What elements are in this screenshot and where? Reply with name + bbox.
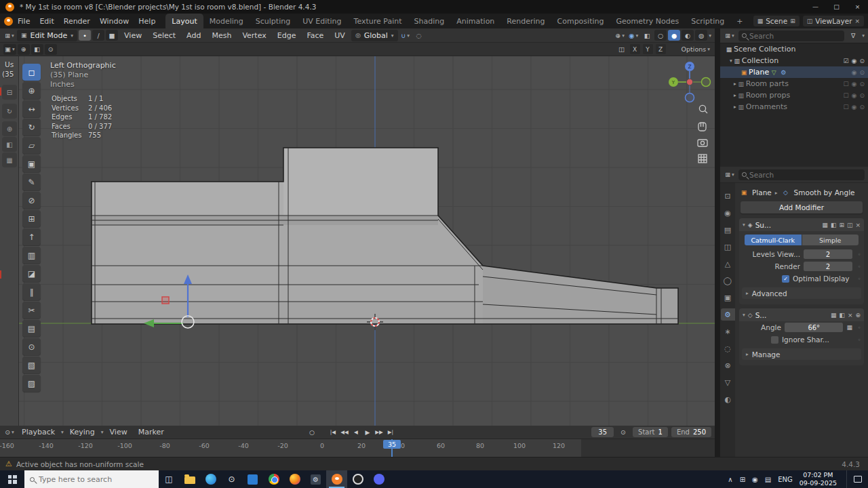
tool-move[interactable]: ↔ <box>22 100 41 117</box>
clipped-tool-icon[interactable]: ↻ <box>2 104 17 119</box>
mirror-y-toggle[interactable]: Y <box>643 44 653 54</box>
menu-render[interactable]: Render <box>59 16 95 27</box>
display-render-icon[interactable]: ⊞ <box>839 222 844 228</box>
menu-help[interactable]: Help <box>134 16 160 27</box>
face-select-mode-button[interactable]: ■ <box>106 30 118 41</box>
tray-icon-2[interactable]: ◉ <box>752 476 758 483</box>
menu-view[interactable]: View <box>105 428 132 436</box>
taskbar-search[interactable] <box>24 470 159 488</box>
close-button[interactable]: × <box>847 0 868 14</box>
taskbar-app-blender[interactable] <box>326 470 347 488</box>
workspace-tab-rendering[interactable]: Rendering <box>500 14 551 28</box>
shading-wireframe-button[interactable]: ○ <box>654 30 667 41</box>
taskbar-app-settings[interactable]: ⚙ <box>305 470 326 488</box>
collapse-icon[interactable]: ▾ <box>743 312 745 318</box>
outliner-row-room-parts[interactable]: ▸ ▥ Room parts ☐ ◉ ⊙ <box>720 78 868 89</box>
modifier-header[interactable]: ▾ ◇ S... ▦ ◧ × ⊕ <box>739 308 864 321</box>
tool-annotate[interactable]: ✎ <box>22 174 41 190</box>
shading-dropdown-icon[interactable]: ▾ <box>709 33 711 39</box>
taskbar-app-mail[interactable]: ⊙ <box>221 470 242 488</box>
task-view-button[interactable]: ◫ <box>159 470 179 488</box>
edge-select-mode-button[interactable]: ∕ <box>92 30 104 41</box>
workspace-tab-layout[interactable]: Layout <box>165 14 203 28</box>
workspace-tab-modeling[interactable]: Modeling <box>203 14 250 28</box>
proportional-edit-button[interactable]: ◌ <box>413 30 425 41</box>
prev-keyframe-button[interactable]: ◀◀ <box>339 427 350 437</box>
checkbox-icon[interactable]: ☐ <box>844 92 849 99</box>
blender-menu-icon[interactable] <box>4 17 13 26</box>
scene-selector[interactable]: ▦ Scene ⊞ <box>753 16 800 26</box>
tab-output[interactable]: ▤ <box>721 224 735 236</box>
clock[interactable]: 07:02 PM 09-09-2025 <box>800 471 837 487</box>
gizmo-z-negative[interactable] <box>686 94 694 102</box>
tab-world[interactable]: ◯ <box>721 274 735 287</box>
workspace-tab-shading[interactable]: Shading <box>408 14 451 28</box>
timeline-ruler[interactable]: -160 -140 -120 -100 -80 -60 -40 -20 0 20… <box>0 439 715 457</box>
snap-target-button[interactable]: ◧ <box>31 44 43 55</box>
tool-smooth[interactable]: ▧ <box>22 357 41 373</box>
menu-face[interactable]: Face <box>302 31 328 40</box>
modifier-name[interactable]: Su... <box>755 221 820 229</box>
decorate-dot-icon[interactable] <box>856 264 863 270</box>
tab-scene[interactable]: △ <box>721 258 735 270</box>
menu-edge[interactable]: Edge <box>273 31 301 40</box>
next-keyframe-button[interactable]: ▶▶ <box>374 427 384 437</box>
tool-edge-slide[interactable]: ▨ <box>22 375 41 392</box>
decorate-dot-icon[interactable] <box>856 325 863 331</box>
autokey-record-toggle[interactable]: ○ <box>307 427 317 437</box>
levels-viewport-field[interactable]: 2 <box>804 249 852 259</box>
menu-keying[interactable]: Keying <box>65 428 100 436</box>
language-indicator[interactable]: ENG <box>778 476 793 483</box>
menu-select[interactable]: Select <box>148 31 180 40</box>
taskbar-app-discord[interactable] <box>368 470 389 488</box>
new-scene-icon[interactable]: ⊞ <box>790 18 795 24</box>
gizmo-x-center[interactable] <box>687 79 692 85</box>
pin-icon[interactable]: ⊕ <box>855 312 861 319</box>
optimal-display-checkbox[interactable]: ✓ <box>782 275 789 283</box>
maximize-button[interactable]: □ <box>826 0 847 14</box>
input-attribute-icon[interactable]: ▦ <box>846 324 852 331</box>
menu-window[interactable]: Window <box>95 16 134 27</box>
workspace-tab-animation[interactable]: Animation <box>450 14 500 28</box>
simple-button[interactable]: Simple <box>802 235 859 245</box>
mirror-z-toggle[interactable]: Z <box>656 44 666 54</box>
mesh-cross-section[interactable] <box>92 148 678 324</box>
outliner-row-collection[interactable]: ▾ ▥ Collection ☑ ◉ ⊙ <box>720 55 868 66</box>
editor-divider[interactable] <box>715 28 720 457</box>
tab-constraints[interactable]: ⊗ <box>721 359 735 371</box>
hide-eye-icon[interactable]: ◉ <box>852 81 857 87</box>
notification-center-button[interactable] <box>846 470 868 488</box>
play-reverse-button[interactable]: ◀ <box>351 427 361 437</box>
checkbox-icon[interactable]: ☐ <box>844 81 849 87</box>
display-edit-icon[interactable]: ▦ <box>831 312 837 319</box>
angle-field[interactable]: 66° <box>785 323 843 332</box>
tray-icon-3[interactable]: ▤ <box>765 476 771 483</box>
menu-playback[interactable]: Playback <box>17 428 60 436</box>
taskbar-app-edge[interactable] <box>200 470 221 488</box>
close-icon[interactable]: × <box>848 312 853 319</box>
menu-mesh[interactable]: Mesh <box>207 31 236 40</box>
viewport-nav-icons[interactable] <box>698 105 707 163</box>
taskbar-search-input[interactable] <box>39 475 140 484</box>
outliner-row-scene-collection[interactable]: ▦ Scene Collection <box>720 43 868 55</box>
menu-vertex[interactable]: Vertex <box>237 31 271 40</box>
checkbox-icon[interactable]: ☑ <box>844 58 849 64</box>
render-camera-icon[interactable]: ⊙ <box>859 58 865 64</box>
catmull-clark-button[interactable]: Catmull-Clark <box>745 235 802 245</box>
workspace-tab-scripting[interactable]: Scripting <box>685 14 730 28</box>
levels-render-field[interactable]: 2 <box>804 262 852 271</box>
current-frame-field[interactable]: 35 <box>591 427 614 437</box>
options-dropdown[interactable]: Options ▾ <box>680 44 711 55</box>
extras-icon[interactable]: ◫ <box>847 222 853 228</box>
advanced-subpanel[interactable]: ▸ Advanced <box>742 287 861 299</box>
menu-view[interactable]: View <box>119 31 146 40</box>
tool-cursor[interactable]: ⊕ <box>22 82 41 99</box>
tool-measure[interactable]: ⊘ <box>22 192 41 209</box>
remove-viewlayer-icon[interactable]: × <box>854 18 860 24</box>
taskbar-app-firefox[interactable] <box>284 470 305 488</box>
tool-transform[interactable]: ▣ <box>22 155 41 172</box>
snap-toggle-button[interactable]: ∪ ▾ <box>399 30 412 41</box>
end-frame-field[interactable]: End 250 <box>671 427 711 437</box>
camera-view-icon[interactable] <box>698 140 707 146</box>
tab-object[interactable]: ▣ <box>721 291 735 304</box>
